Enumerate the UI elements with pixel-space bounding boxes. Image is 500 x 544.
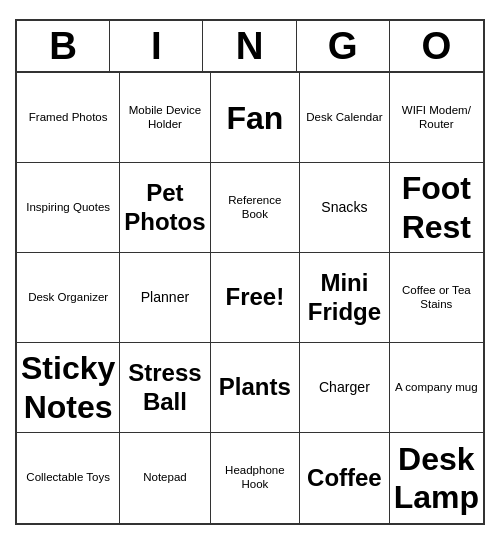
cell-text-24: Desk Lamp <box>394 440 479 517</box>
header-letter-o: O <box>390 21 483 71</box>
bingo-cell-1: Mobile Device Holder <box>120 73 210 163</box>
cell-text-1: Mobile Device Holder <box>124 104 205 132</box>
cell-text-10: Desk Organizer <box>28 291 108 305</box>
bingo-cell-0: Framed Photos <box>17 73 120 163</box>
bingo-cell-19: A company mug <box>390 343 483 433</box>
bingo-cell-12: Free! <box>211 253 301 343</box>
cell-text-23: Coffee <box>307 464 382 493</box>
bingo-cell-15: Sticky Notes <box>17 343 120 433</box>
header-letter-n: N <box>203 21 296 71</box>
bingo-cell-11: Planner <box>120 253 210 343</box>
cell-text-22: Headphone Hook <box>215 464 296 492</box>
cell-text-3: Desk Calendar <box>306 111 382 125</box>
cell-text-2: Fan <box>226 99 283 137</box>
header-letter-i: I <box>110 21 203 71</box>
cell-text-9: Foot Rest <box>394 169 479 246</box>
bingo-cell-4: WIFI Modem/ Router <box>390 73 483 163</box>
bingo-cell-23: Coffee <box>300 433 390 523</box>
bingo-header: BINGO <box>17 21 483 73</box>
cell-text-7: Reference Book <box>215 194 296 222</box>
bingo-card: BINGO Framed PhotosMobile Device HolderF… <box>15 19 485 525</box>
cell-text-13: Mini Fridge <box>304 269 385 327</box>
cell-text-21: Notepad <box>143 471 187 485</box>
bingo-cell-7: Reference Book <box>211 163 301 253</box>
bingo-cell-9: Foot Rest <box>390 163 483 253</box>
bingo-cell-14: Coffee or Tea Stains <box>390 253 483 343</box>
bingo-cell-6: Pet Photos <box>120 163 210 253</box>
bingo-cell-13: Mini Fridge <box>300 253 390 343</box>
bingo-cell-18: Charger <box>300 343 390 433</box>
cell-text-4: WIFI Modem/ Router <box>394 104 479 132</box>
cell-text-20: Collectable Toys <box>26 471 110 485</box>
cell-text-14: Coffee or Tea Stains <box>394 284 479 312</box>
bingo-cell-17: Plants <box>211 343 301 433</box>
bingo-cell-2: Fan <box>211 73 301 163</box>
cell-text-18: Charger <box>319 379 370 396</box>
cell-text-17: Plants <box>219 373 291 402</box>
bingo-cell-21: Notepad <box>120 433 210 523</box>
bingo-cell-3: Desk Calendar <box>300 73 390 163</box>
cell-text-5: Inspiring Quotes <box>26 201 110 215</box>
cell-text-8: Snacks <box>321 199 367 216</box>
cell-text-15: Sticky Notes <box>21 349 115 426</box>
header-letter-g: G <box>297 21 390 71</box>
bingo-cell-20: Collectable Toys <box>17 433 120 523</box>
cell-text-11: Planner <box>141 289 190 306</box>
bingo-cell-8: Snacks <box>300 163 390 253</box>
header-letter-b: B <box>17 21 110 71</box>
cell-text-19: A company mug <box>395 381 478 395</box>
bingo-cell-22: Headphone Hook <box>211 433 301 523</box>
cell-text-12: Free! <box>226 283 285 312</box>
bingo-cell-5: Inspiring Quotes <box>17 163 120 253</box>
bingo-grid: Framed PhotosMobile Device HolderFanDesk… <box>17 73 483 523</box>
cell-text-0: Framed Photos <box>29 111 108 125</box>
cell-text-16: Stress Ball <box>124 359 205 417</box>
bingo-cell-24: Desk Lamp <box>390 433 483 523</box>
cell-text-6: Pet Photos <box>124 179 205 237</box>
bingo-cell-16: Stress Ball <box>120 343 210 433</box>
bingo-cell-10: Desk Organizer <box>17 253 120 343</box>
